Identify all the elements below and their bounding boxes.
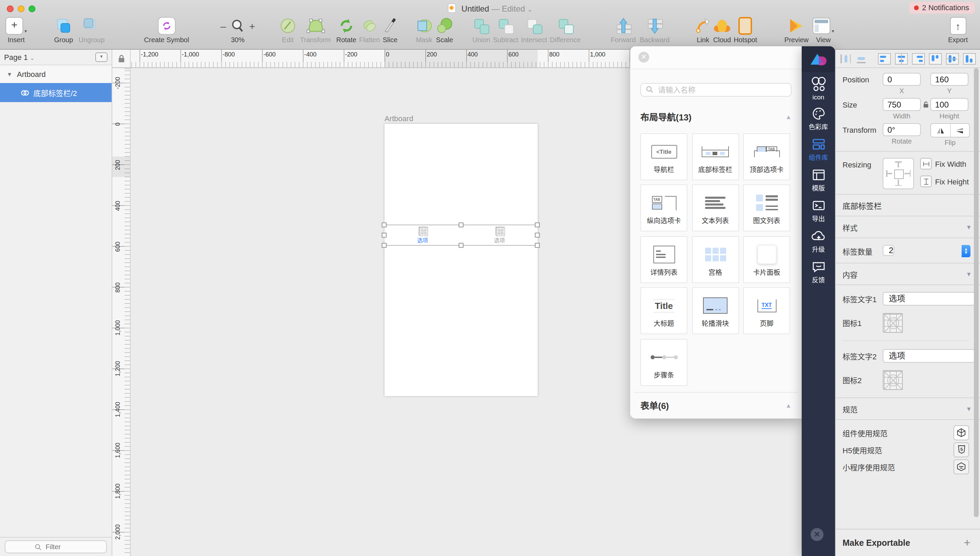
- inspector-scrollbar[interactable]: [974, 68, 978, 517]
- h5-spec-icon[interactable]: 5: [953, 442, 969, 457]
- selection-handle[interactable]: [535, 222, 540, 227]
- selection-handle[interactable]: [535, 242, 540, 247]
- stepper-icon[interactable]: ▲▼: [962, 245, 970, 257]
- page-list-toggle-icon[interactable]: ▼: [95, 52, 108, 62]
- disclosure-triangle-icon[interactable]: ▼: [7, 71, 12, 77]
- cloud-button[interactable]: Cloud: [713, 15, 731, 44]
- component-card-imagetext-list[interactable]: 图文列表: [743, 184, 790, 231]
- component-card-big-title[interactable]: Title 大标题: [640, 287, 687, 334]
- icon-2-thumbnail[interactable]: [883, 370, 903, 389]
- component-card-footer[interactable]: TXT 页脚: [743, 287, 790, 334]
- tab-count-select[interactable]: 2 ▲▼: [883, 244, 971, 258]
- align-left-icon[interactable]: [878, 53, 891, 64]
- selection-handle[interactable]: [459, 242, 463, 247]
- make-exportable-row[interactable]: Make Exportable +: [836, 529, 980, 556]
- content-section-header[interactable]: 内容▼: [836, 263, 980, 284]
- filter-input-box[interactable]: [5, 540, 107, 553]
- notifications-badge[interactable]: 2 Notifications: [909, 2, 975, 14]
- component-search-input[interactable]: [657, 85, 786, 94]
- export-button[interactable]: ↑ Export: [948, 15, 968, 44]
- hotspot-button[interactable]: Hotspot: [734, 15, 757, 44]
- distribute-horizontal-icon[interactable]: [840, 53, 851, 64]
- plugin-close-icon[interactable]: ✕: [810, 528, 823, 541]
- section-header-forms[interactable]: 表单(6)▲: [640, 400, 791, 411]
- add-export-icon[interactable]: +: [964, 536, 970, 550]
- distribute-vertical-icon[interactable]: [856, 53, 867, 64]
- tab-label-2-input[interactable]: [883, 349, 975, 363]
- panel-close-icon[interactable]: ✕: [638, 52, 649, 63]
- component-card-navbar[interactable]: <Title 导航栏: [640, 133, 687, 180]
- sidebar-item-upgrade[interactable]: 升级: [802, 229, 835, 254]
- component-card-text-list[interactable]: 文本列表: [692, 184, 739, 231]
- sidebar-item-color-lib[interactable]: 色彩库: [802, 107, 835, 131]
- flip-vertical-button[interactable]: [950, 124, 969, 137]
- height-input[interactable]: 100: [930, 98, 969, 111]
- proportions-lock-icon[interactable]: [921, 98, 930, 110]
- fix-height-checkbox[interactable]: [920, 176, 932, 187]
- position-x-input[interactable]: 0: [883, 73, 921, 86]
- spec-link-h5[interactable]: H5使用规范 5: [836, 441, 980, 458]
- page-header[interactable]: Page 1 ⌄ ▼: [0, 50, 111, 65]
- artboard[interactable]: 选项 选项: [384, 123, 538, 396]
- selection-handle[interactable]: [382, 233, 387, 237]
- rotate-input[interactable]: 0°: [883, 123, 921, 136]
- sidebar-item-feedback[interactable]: 反馈: [802, 260, 835, 284]
- icon-1-thumbnail[interactable]: [883, 313, 903, 332]
- title-chevron-icon[interactable]: ⌄: [528, 6, 533, 13]
- lock-icon[interactable]: [118, 55, 125, 63]
- miniprogram-spec-icon[interactable]: [953, 459, 969, 474]
- position-y-input[interactable]: 160: [930, 73, 969, 86]
- selection-handle[interactable]: [382, 242, 387, 247]
- edit-button[interactable]: Transform Edit: [280, 15, 296, 44]
- union-button[interactable]: Union: [472, 15, 490, 44]
- sidebar-item-component-lib[interactable]: 组件库: [802, 137, 835, 162]
- spec-section-header[interactable]: 规范▼: [836, 398, 980, 419]
- fix-width-checkbox[interactable]: [920, 158, 932, 170]
- subtract-button[interactable]: Subtract: [493, 15, 518, 44]
- rotate-button[interactable]: Rotate: [336, 15, 356, 44]
- sidebar-item-export[interactable]: 导出: [802, 198, 835, 223]
- align-center-horizontal-icon[interactable]: [895, 53, 908, 64]
- tab-label-1-input[interactable]: [883, 292, 975, 305]
- component-card-vertical-tabs[interactable]: TAB 纵向选项卡: [640, 184, 687, 231]
- link-button[interactable]: Link: [696, 15, 710, 44]
- view-button[interactable]: ▾ View: [812, 15, 834, 44]
- zoom-control[interactable]: – + 30%: [221, 15, 255, 44]
- component-card-detail-list[interactable]: 详情列表: [640, 236, 687, 283]
- artboard-title[interactable]: Artboard: [384, 114, 413, 123]
- component-card-grid[interactable]: 宫格: [692, 236, 739, 283]
- selection-handle[interactable]: [382, 222, 387, 227]
- transform-button[interactable]: Transform: [300, 15, 331, 44]
- intersect-button[interactable]: Intersect: [521, 15, 547, 44]
- align-bottom-icon[interactable]: [963, 53, 976, 64]
- zoom-in-icon[interactable]: +: [249, 20, 255, 32]
- selection-handle[interactable]: [459, 222, 463, 227]
- page-name[interactable]: Page 1: [4, 53, 28, 61]
- mask-button[interactable]: Mask: [415, 15, 433, 44]
- collapse-icon[interactable]: ▲: [785, 113, 791, 120]
- align-right-icon[interactable]: [912, 53, 925, 64]
- collapse-icon[interactable]: ▲: [785, 402, 791, 409]
- tabbar-item-2[interactable]: 选项: [462, 226, 538, 243]
- sidebar-item-icon-lib[interactable]: icon: [802, 78, 835, 100]
- flip-horizontal-button[interactable]: [931, 124, 950, 137]
- layer-row-artboard[interactable]: ▼ Artboard: [0, 65, 111, 83]
- group-button[interactable]: Group: [54, 15, 73, 44]
- component-card-steps[interactable]: 步骤条: [640, 339, 687, 386]
- forward-button[interactable]: Forward: [611, 15, 636, 44]
- align-middle-vertical-icon[interactable]: [946, 53, 959, 64]
- style-section-header[interactable]: 样式▼: [836, 217, 980, 238]
- zoom-out-icon[interactable]: –: [221, 20, 226, 32]
- sidebar-item-templates[interactable]: 模版: [802, 168, 835, 192]
- component-spec-icon[interactable]: [953, 425, 969, 440]
- backward-button[interactable]: Backward: [640, 15, 670, 44]
- slice-button[interactable]: Slice: [383, 15, 397, 44]
- difference-button[interactable]: Difference: [550, 15, 581, 44]
- create-symbol-button[interactable]: Create Symbol: [144, 15, 189, 44]
- selection-handle[interactable]: [535, 233, 540, 237]
- preview-button[interactable]: Preview: [784, 15, 809, 44]
- section-header-layout-nav[interactable]: 布局导航(13)▲: [640, 111, 791, 122]
- spec-link-component[interactable]: 组件使用规范: [836, 424, 980, 441]
- component-card-card-panel[interactable]: 卡片面板: [743, 236, 790, 283]
- insert-button[interactable]: +▾ Insert: [5, 15, 27, 44]
